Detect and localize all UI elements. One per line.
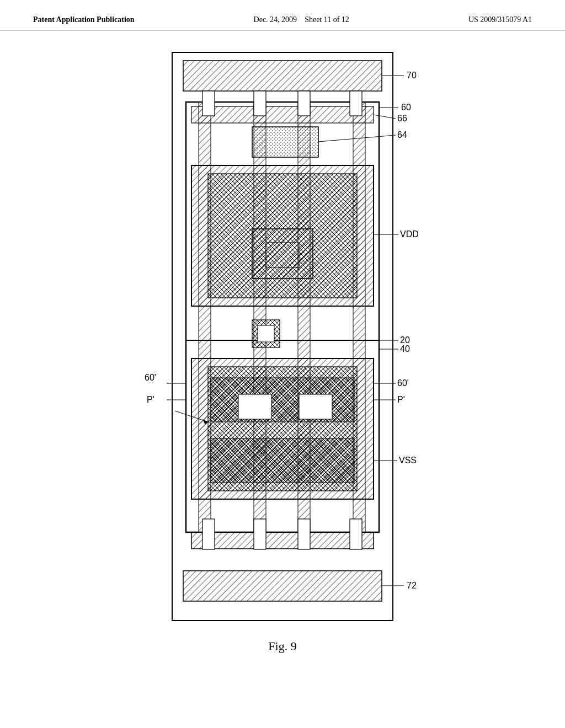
svg-rect-36 bbox=[238, 394, 271, 419]
svg-rect-19 bbox=[252, 127, 318, 157]
svg-rect-25 bbox=[266, 243, 299, 267]
label-70: 70 bbox=[407, 71, 417, 80]
svg-rect-45 bbox=[202, 519, 215, 549]
header-date: Dec. 24, 2009 bbox=[254, 15, 297, 24]
label-60: 60 bbox=[401, 103, 411, 112]
page-header: Patent Application Publication Dec. 24, … bbox=[0, 0, 565, 30]
svg-rect-30 bbox=[258, 325, 274, 342]
svg-rect-44 bbox=[191, 532, 374, 549]
svg-rect-54 bbox=[350, 91, 362, 116]
label-40: 40 bbox=[400, 344, 410, 354]
header-date-sheet: Dec. 24, 2009 Sheet 11 of 12 bbox=[254, 15, 349, 24]
svg-rect-51 bbox=[202, 91, 215, 116]
label-66: 66 bbox=[397, 114, 407, 123]
header-patent-number: US 2009/315079 A1 bbox=[468, 15, 532, 24]
label-20: 20 bbox=[400, 335, 410, 345]
svg-rect-46 bbox=[254, 519, 266, 549]
svg-rect-53 bbox=[298, 91, 310, 116]
header-publication-type: Patent Application Publication bbox=[33, 15, 135, 24]
svg-rect-9 bbox=[183, 61, 382, 91]
figure-caption: Fig. 9 bbox=[89, 639, 476, 654]
main-content: 70 60 66 64 bbox=[0, 30, 565, 654]
label-VDD: VDD bbox=[400, 229, 419, 239]
svg-rect-17 bbox=[191, 106, 374, 123]
label-64: 64 bbox=[397, 130, 407, 140]
label-Pprime-right: P' bbox=[397, 395, 405, 404]
svg-rect-52 bbox=[254, 91, 266, 116]
svg-rect-47 bbox=[298, 519, 310, 549]
svg-rect-34 bbox=[211, 378, 354, 422]
figure-area: 70 60 66 64 bbox=[89, 47, 476, 654]
svg-rect-49 bbox=[183, 571, 382, 601]
label-72: 72 bbox=[407, 581, 417, 590]
label-Pprime-left: P' bbox=[147, 395, 154, 404]
patent-diagram: 70 60 66 64 bbox=[89, 47, 476, 631]
label-VSS: VSS bbox=[399, 456, 417, 465]
svg-rect-48 bbox=[350, 519, 362, 549]
svg-rect-37 bbox=[299, 394, 332, 419]
label-60prime-right: 60' bbox=[397, 378, 409, 388]
header-sheet: Sheet 11 of 12 bbox=[305, 15, 349, 24]
label-60prime-left: 60' bbox=[145, 373, 156, 382]
svg-rect-35 bbox=[211, 438, 354, 483]
